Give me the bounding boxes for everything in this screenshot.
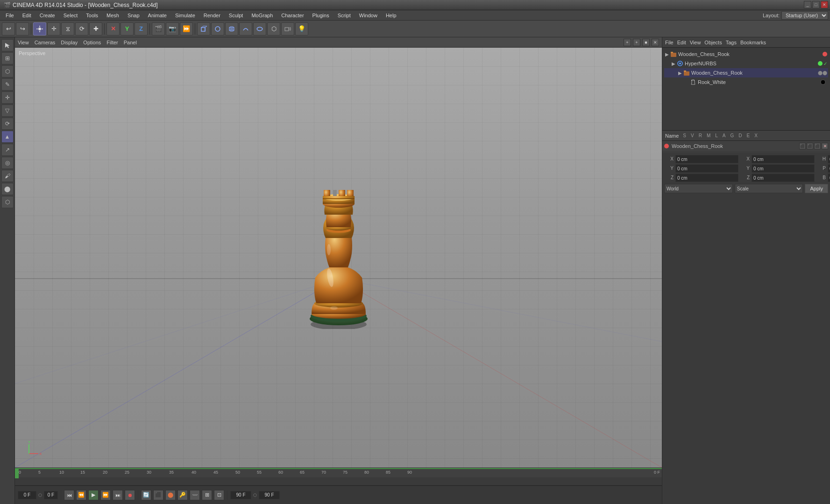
am-icon-3[interactable]: ⬛ [814,143,821,149]
prev-frame-button[interactable]: ⏪ [76,490,86,500]
redo-button[interactable]: ↪ [16,22,29,35]
apply-button[interactable]: Apply [805,184,828,193]
z-axis-button[interactable]: Z [135,22,148,35]
next-frame-button[interactable]: ⏩ [100,490,111,500]
left-brush-btn[interactable]: 🖌 [1,170,14,182]
function-curve-button[interactable]: ⊡ [214,490,224,500]
vp-ctrl-close[interactable]: ✕ [652,39,659,46]
render-all-button[interactable]: ⏩ [180,22,193,35]
menu-create[interactable]: Create [36,12,59,19]
layout-dropdown[interactable]: Startup (User) [781,11,828,20]
menu-render[interactable]: Render [200,12,224,19]
menu-mograph[interactable]: MoGraph [248,12,277,19]
loop-mode-button[interactable]: 🔄 [141,490,151,500]
goto-end-button[interactable]: ⏭ [113,490,123,500]
vp-menu-view[interactable]: View [18,40,29,45]
menu-simulate[interactable]: Simulate [171,12,199,19]
vp-ctrl-plus1[interactable]: + [624,39,631,46]
menu-file[interactable]: File [2,12,18,19]
menu-mesh[interactable]: Mesh [103,12,123,19]
menu-select[interactable]: Select [60,12,82,19]
world-dropdown[interactable]: World Object [664,184,733,193]
vp-menu-options[interactable]: Options [83,40,101,45]
am-icon-x[interactable]: ✕ [822,143,828,149]
left-model-btn[interactable]: ▲ [1,131,14,143]
menu-help[interactable]: Help [382,12,400,19]
om-expand-1[interactable]: ▶ [672,61,675,66]
om-row-hypernurbs[interactable]: ▶ HyperNURBS ✓ [664,59,828,68]
deformer-button[interactable]: ⬡ [267,22,280,35]
om-expand-0[interactable]: ▶ [665,52,669,57]
timeline-open-button[interactable]: ⊞ [202,490,212,500]
am-icon-2[interactable]: ⬛ [807,143,813,149]
coord-h-rot[interactable] [752,155,815,163]
vp-menu-cameras[interactable]: Cameras [35,40,56,45]
om-row-wooden-chess-rook-root[interactable]: ▶ Wooden_Chess_Rook [664,49,828,59]
keyframe-button[interactable]: 🔑 [177,490,188,500]
om-menu-view[interactable]: View [690,40,701,45]
left-pen-btn[interactable]: ✎ [1,78,14,91]
left-uv-btn[interactable]: ↗ [1,144,14,156]
left-grid-btn[interactable]: ⊞ [1,52,14,64]
translate-button[interactable]: ✛ [47,22,60,35]
coord-y-pos[interactable] [675,164,738,173]
add-object-button[interactable]: ✚ [89,22,102,35]
fps-input[interactable] [44,491,58,499]
coord-p-rot[interactable] [752,164,815,173]
motion-button[interactable]: 〰 [190,490,200,500]
menu-window[interactable]: Window [355,12,381,19]
scale-button[interactable]: ⧖ [61,22,74,35]
camera-button[interactable] [281,22,294,35]
coord-b-val[interactable] [828,174,830,182]
menu-plugins[interactable]: Plugins [309,12,333,19]
om-row-rook-white[interactable]: ▶ Rook_White [664,77,828,87]
menu-script[interactable]: Script [334,12,355,19]
playhead[interactable] [15,469,19,478]
om-menu-file[interactable]: File [665,40,674,45]
om-row-wooden-chess-rook-child[interactable]: ▶ Wooden_Chess_Rook ⬤⬤ [664,68,828,77]
nurbs-button[interactable] [253,22,266,35]
cylinder-button[interactable] [225,22,238,35]
menu-tools[interactable]: Tools [82,12,102,19]
left-rotate-btn[interactable]: ⟳ [1,118,14,130]
menu-character[interactable]: Character [277,12,307,19]
coord-z-pos[interactable] [675,174,738,182]
vp-ctrl-plus2[interactable]: + [633,39,640,46]
maximize-button[interactable]: □ [812,1,820,8]
minimize-button[interactable]: _ [804,1,811,8]
vp-menu-filter[interactable]: Filter [106,40,118,45]
menu-animate[interactable]: Animate [144,12,170,19]
am-menu-name[interactable]: Name [665,133,679,139]
sphere-button[interactable] [211,22,224,35]
om-expand-2[interactable]: ▶ [678,70,682,76]
left-select-btn[interactable] [1,39,14,51]
stop-button[interactable]: ⬛ [153,490,163,500]
left-misc-btn[interactable]: ⬡ [1,196,14,208]
vp-menu-panel[interactable]: Panel [124,40,137,45]
scale-dropdown[interactable]: Scale Size [735,184,803,193]
om-menu-edit[interactable]: Edit [677,40,686,45]
om-menu-bookmarks[interactable]: Bookmarks [740,40,766,45]
end-frame-input[interactable] [230,491,251,499]
render-region-button[interactable]: 📷 [166,22,179,35]
om-menu-tags[interactable]: Tags [726,40,737,45]
viewport-canvas[interactable]: Perspective X Y [15,48,662,468]
move-tool-button[interactable] [33,22,46,35]
om-menu-objects[interactable]: Objects [704,40,722,45]
coord-h-val[interactable] [828,155,830,163]
vp-ctrl-square[interactable]: ■ [642,39,650,46]
menu-edit[interactable]: Edit [19,12,35,19]
vp-menu-display[interactable]: Display [61,40,78,45]
left-draw-btn[interactable]: ⬡ [1,65,14,77]
record-button[interactable]: ⏺ [125,490,135,500]
left-snap-btn[interactable]: ◎ [1,157,14,169]
left-scale-btn[interactable]: ▽ [1,105,14,117]
left-material-btn[interactable]: ⬤ [1,183,14,195]
render-view-button[interactable]: 🎬 [152,22,165,35]
coord-x-pos[interactable] [675,155,738,163]
menu-sculpt[interactable]: Sculpt [225,12,247,19]
cube-button[interactable] [197,22,210,35]
coord-b-rot[interactable] [752,174,815,182]
timeline-ruler[interactable]: 0 5 10 15 20 25 30 35 40 45 50 55 60 65 … [15,468,662,477]
close-button[interactable]: ✕ [821,1,828,8]
